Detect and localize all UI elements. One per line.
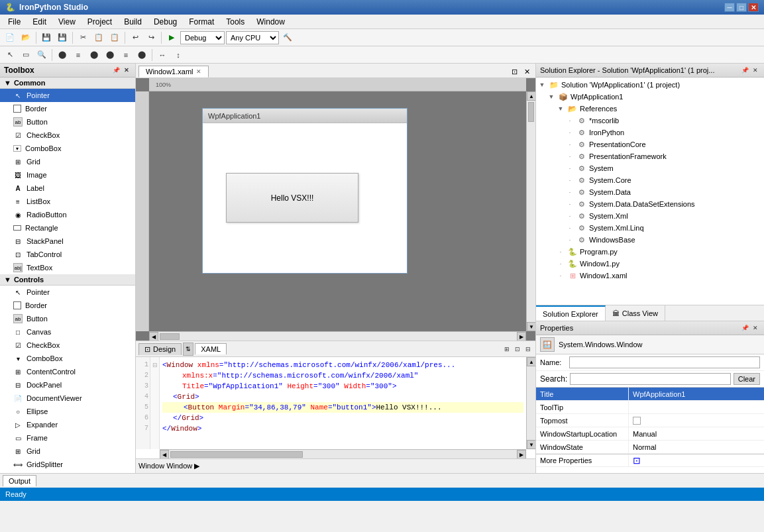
toolbox-item-image[interactable]: 🖼 Image (0, 168, 135, 182)
minimize-button[interactable]: ─ (724, 3, 735, 12)
prop-row-title[interactable]: Title WpfApplication1 (536, 388, 764, 401)
vscroll-up[interactable]: ▲ (527, 91, 535, 101)
ref-presentationframework[interactable]: · ⚙ PresentationFramework (537, 150, 763, 162)
cut-button[interactable]: ✂ (76, 30, 90, 45)
canvas-hscroll[interactable]: ◀ ▶ (149, 331, 526, 341)
save-button[interactable]: 💾 (39, 30, 54, 45)
xaml-hscroll[interactable]: ◀ ▶ (160, 449, 526, 458)
toolbox-item-button[interactable]: ab Button (0, 115, 135, 129)
toolbox-item-tabcontrol[interactable]: ⊡ TabControl (0, 248, 135, 261)
toolbox-item-canvas[interactable]: □ Canvas (0, 325, 135, 339)
prop-row-tooltip[interactable]: ToolTip (536, 401, 764, 414)
toolbox-item-border[interactable]: Border (0, 102, 135, 115)
toolbox-item-textbox[interactable]: ab| TextBox (0, 261, 135, 274)
toolbox-item-listbox[interactable]: ≡ ListBox (0, 195, 135, 208)
toolbox-close[interactable]: ✕ (122, 66, 131, 75)
toolbox-item-border2[interactable]: Border (0, 299, 135, 312)
prop-row-moreprops[interactable]: More Properties ⊡ (536, 454, 764, 467)
vscroll-thumb[interactable] (528, 102, 534, 122)
toolbox-item-checkbox2[interactable]: ☑ CheckBox (0, 339, 135, 352)
designer-tab-close[interactable]: ✕ (196, 68, 201, 75)
close-button[interactable]: ✕ (748, 3, 759, 12)
xaml-vscroll-up[interactable]: ▲ (527, 357, 535, 366)
maximize-button[interactable]: □ (736, 3, 747, 12)
platform-combo[interactable]: Any CPU x86 x64 (226, 31, 279, 44)
start-button[interactable]: ▶ (164, 30, 179, 45)
toolbox-item-grid2[interactable]: ⊞ Grid (0, 445, 135, 458)
collapse-marker-1[interactable]: ⊟ (150, 360, 159, 370)
prop-row-topmost[interactable]: Topmost (536, 414, 764, 427)
toolbox-item-stackpanel[interactable]: ⊟ StackPanel (0, 235, 135, 248)
toolbox-item-documentviewer[interactable]: 📄 DocumentViewer (0, 392, 135, 405)
open-button[interactable]: 📂 (19, 30, 33, 45)
xaml-vscroll[interactable]: ▲ ▼ (526, 357, 535, 449)
prop-name-input[interactable] (569, 356, 760, 368)
xaml-tab[interactable]: XAML (195, 343, 227, 354)
hscroll-left[interactable]: ◀ (149, 332, 158, 341)
canvas-bg[interactable]: WpfApplication1 Hello VSX!!! (149, 91, 526, 331)
toolbox-item-radiobutton[interactable]: ◉ RadioButton (0, 208, 135, 221)
file-window1xaml[interactable]: · ⊞ Window1.xaml (537, 270, 763, 282)
menu-tools[interactable]: Tools (221, 15, 250, 28)
xaml-btn3[interactable]: ⊟ (523, 345, 533, 354)
align-top[interactable]: ⬤ (103, 48, 117, 62)
toolbox-item-pointer-controls[interactable]: ↖ Pointer (0, 286, 135, 299)
paste-button[interactable]: 📋 (107, 30, 122, 45)
xaml-hscroll-right[interactable]: ▶ (517, 450, 526, 458)
xaml-vscroll-track[interactable] (527, 366, 535, 440)
xaml-btn2[interactable]: ⊡ (513, 345, 522, 354)
menu-file[interactable]: File (3, 15, 26, 28)
se-pin[interactable]: 📌 (740, 66, 749, 75)
toggle-btn[interactable]: ⇅ (183, 343, 193, 356)
prop-row-windowstate[interactable]: WindowState Normal (536, 441, 764, 454)
menu-format[interactable]: Format (184, 15, 219, 28)
designer-float-btn[interactable]: ⊡ (509, 66, 520, 78)
file-program[interactable]: · 🐍 Program.py (537, 246, 763, 258)
ref-ironpython[interactable]: · ⚙ IronPython (537, 127, 763, 138)
select-tool[interactable]: ▭ (19, 48, 33, 62)
ref-windowsbase[interactable]: · ⚙ WindowsBase (537, 234, 763, 246)
format-btn-1[interactable]: ↔ (155, 48, 170, 62)
vscroll-down[interactable]: ▼ (527, 322, 535, 331)
topmost-checkbox[interactable] (633, 417, 641, 425)
ref-mscorlib[interactable]: · ⚙ *mscorlib (537, 115, 763, 127)
toolbox-item-combobox2[interactable]: ▾ ComboBox (0, 352, 135, 365)
align-center[interactable]: ≡ (71, 48, 85, 62)
solution-root[interactable]: ▼ 📁 Solution 'WpfApplication1' (1 projec… (537, 79, 763, 91)
prop-pin[interactable]: 📌 (740, 323, 749, 333)
format-btn-2[interactable]: ↕ (171, 48, 186, 62)
toolbox-item-ellipse[interactable]: ○ Ellipse (0, 405, 135, 418)
xaml-hscroll-left[interactable]: ◀ (160, 450, 169, 458)
xaml-hscroll-track[interactable] (169, 450, 517, 458)
prop-search-input[interactable] (570, 373, 730, 385)
class-view-tab[interactable]: 🏛 Class View (606, 305, 665, 321)
align-bottom[interactable]: ⬤ (135, 48, 149, 62)
toolbox-item-dockpanel[interactable]: ⊟ DockPanel (0, 378, 135, 392)
xaml-hscroll-thumb[interactable] (170, 451, 303, 458)
new-project-button[interactable]: 📄 (3, 30, 17, 45)
toolbox-item-checkbox[interactable]: ☑ CheckBox (0, 129, 135, 142)
prop-close[interactable]: ✕ (751, 323, 760, 333)
toolbox-item-rectangle[interactable]: Rectangle (0, 221, 135, 235)
designer-tab[interactable]: Window1.xaml ✕ (138, 66, 209, 78)
toolbox-item-contentcontrol[interactable]: ⊞ ContentControl (0, 365, 135, 378)
prop-search-clear[interactable]: Clear (734, 373, 760, 385)
xaml-vscroll-down[interactable]: ▼ (527, 440, 535, 449)
xaml-code[interactable]: <Window xmlns="http://schemas.microsoft.… (160, 357, 526, 449)
toolbox-section-common[interactable]: ▼ Common (0, 78, 135, 89)
wpf-hello-button[interactable]: Hello VSX!!! (226, 173, 358, 223)
zoom-tool[interactable]: 🔍 (34, 48, 49, 62)
toolbox-section-controls[interactable]: ▼ Controls (0, 274, 135, 286)
vscroll-track[interactable] (527, 101, 535, 322)
output-tab[interactable]: Output (3, 475, 36, 486)
save-all-button[interactable]: 💾 (55, 30, 70, 45)
menu-debug[interactable]: Debug (148, 15, 182, 28)
menu-build[interactable]: Build (119, 15, 147, 28)
redo-button[interactable]: ↪ (144, 30, 158, 45)
xaml-btn1[interactable]: ⊞ (502, 345, 512, 354)
align-middle[interactable]: ≡ (119, 48, 133, 62)
hscroll-right[interactable]: ▶ (517, 332, 526, 341)
toolbox-item-label[interactable]: A Label (0, 182, 135, 195)
se-tab[interactable]: Solution Explorer (536, 305, 606, 321)
toolbox-item-combobox[interactable]: ▾ ComboBox (0, 142, 135, 155)
